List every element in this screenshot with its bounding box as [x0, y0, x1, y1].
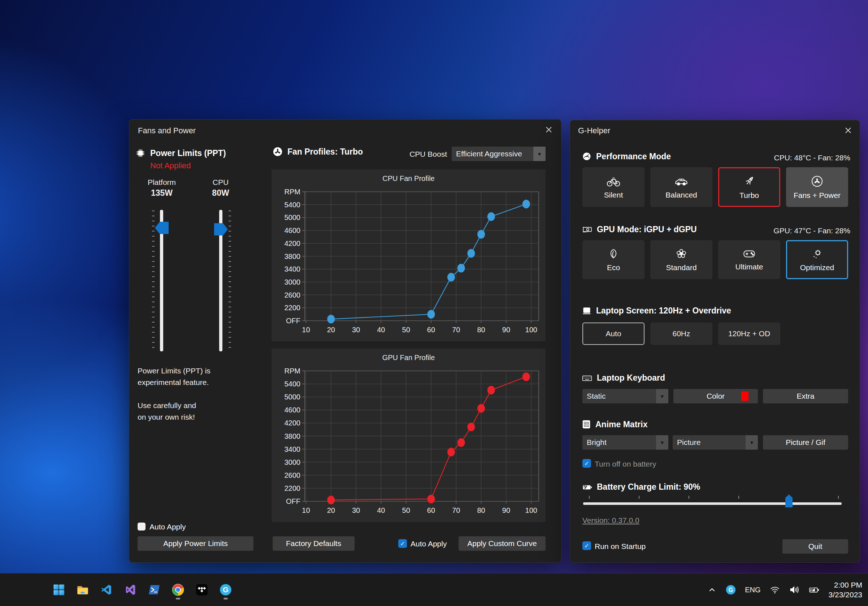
- power-limits-status: Not Applied: [150, 161, 191, 170]
- svg-text:40: 40: [377, 506, 385, 514]
- screen-60hz-button[interactable]: 60Hz: [650, 322, 712, 345]
- platform-slider-thumb[interactable]: [155, 222, 169, 234]
- close-icon[interactable]: [542, 123, 556, 136]
- chevron-down-icon[interactable]: ▾: [533, 147, 546, 161]
- clock[interactable]: 2:00 PM 3/23/2023: [829, 580, 862, 600]
- matrix-mode-dropdown[interactable]: Picture ▾: [673, 435, 758, 449]
- perf-mode-balanced[interactable]: Balanced: [650, 167, 712, 207]
- run-on-startup-checkbox[interactable]: ✓: [583, 541, 591, 550]
- svg-text:5400: 5400: [285, 380, 301, 388]
- apply-custom-curve-button[interactable]: Apply Custom Curve: [459, 536, 546, 551]
- fan-curve-point[interactable]: [447, 273, 455, 282]
- chip-icon: [135, 148, 146, 158]
- cpu-label: CPU: [199, 178, 242, 187]
- svg-text:RPM: RPM: [285, 188, 301, 196]
- keyboard-extra-button[interactable]: Extra: [763, 389, 848, 403]
- quit-button[interactable]: Quit: [783, 539, 848, 553]
- file-explorer-icon[interactable]: [75, 579, 90, 600]
- curve-auto-apply-checkbox[interactable]: ✓: [398, 539, 407, 548]
- svg-text:G: G: [223, 586, 229, 594]
- color-swatch: [741, 392, 749, 401]
- keyboard-mode-dropdown[interactable]: Static ▾: [583, 389, 668, 403]
- svg-text:90: 90: [502, 506, 510, 514]
- fan-curve-point[interactable]: [522, 372, 530, 381]
- svg-text:3400: 3400: [285, 265, 301, 273]
- svg-text:20: 20: [327, 506, 335, 514]
- fan-curve-point[interactable]: [327, 496, 335, 504]
- fan-curve-point[interactable]: [427, 310, 435, 319]
- cpu-slider-thumb[interactable]: [214, 223, 228, 236]
- factory-defaults-button[interactable]: Factory Defaults: [273, 536, 355, 551]
- volume-icon[interactable]: [789, 584, 800, 595]
- keyboard-color-button[interactable]: Color: [673, 389, 758, 403]
- gpu-mode-optimized[interactable]: Optimized: [786, 240, 848, 279]
- battery-slider-track[interactable]: [583, 502, 842, 505]
- fan-curve-point[interactable]: [467, 249, 475, 257]
- visual-studio-icon[interactable]: [123, 579, 138, 600]
- perf-mode-turbo[interactable]: Turbo: [718, 167, 780, 207]
- matrix-picture-gif-button[interactable]: Picture / Gif: [763, 435, 848, 449]
- close-icon[interactable]: [841, 124, 856, 137]
- cpu-temp-status: CPU: 48°C - Fan: 28%: [774, 153, 850, 162]
- cpu-fan-chart[interactable]: CPU Fan Profile102030405060708090100OFF2…: [271, 169, 546, 341]
- fan-curve-point[interactable]: [327, 315, 335, 324]
- ppt-auto-apply-checkbox[interactable]: [138, 522, 146, 530]
- chevron-down-icon[interactable]: ▾: [656, 435, 668, 449]
- version-link[interactable]: Version: 0.37.0.0: [583, 516, 639, 525]
- fan-profiles-header: Fan Profiles: Turbo: [272, 146, 363, 157]
- wifi-icon[interactable]: [769, 584, 780, 595]
- svg-text:4200: 4200: [285, 419, 301, 427]
- run-on-startup-label: Run on Startup: [595, 542, 646, 551]
- ppt-warning-line3: Use carefully and: [138, 400, 196, 411]
- screen-120hz-od-button[interactable]: 120Hz + OD: [718, 322, 780, 345]
- platform-label: Platform: [140, 178, 183, 187]
- platform-slider-ticks: [152, 211, 155, 352]
- matrix-mode-value: Picture: [673, 435, 746, 449]
- fan-curve-point[interactable]: [457, 439, 465, 447]
- fan-curve-point[interactable]: [522, 200, 530, 208]
- svg-text:20: 20: [327, 326, 335, 334]
- chevron-down-icon[interactable]: ▾: [746, 435, 758, 449]
- fans-window-title: Fans and Power: [138, 126, 196, 135]
- ghelper-tray-icon[interactable]: G: [725, 584, 736, 595]
- svg-text:100: 100: [525, 506, 537, 514]
- svg-text:OFF: OFF: [286, 497, 301, 505]
- battery-icon[interactable]: [808, 584, 820, 595]
- rocket-icon: [743, 175, 756, 188]
- chevron-up-icon[interactable]: [707, 585, 717, 594]
- tidal-icon[interactable]: [194, 579, 209, 600]
- chevron-down-icon[interactable]: ▾: [656, 389, 668, 403]
- matrix-battery-checkbox[interactable]: ✓: [583, 459, 591, 468]
- fan-curve-point[interactable]: [477, 230, 485, 239]
- apply-power-limits-button[interactable]: Apply Power Limits: [138, 536, 253, 551]
- perf-mode-fans-power[interactable]: Fans + Power: [786, 167, 848, 207]
- perf-mode-silent[interactable]: Silent: [583, 167, 645, 207]
- language-indicator[interactable]: ENG: [745, 586, 760, 594]
- fan-curve-point[interactable]: [447, 448, 455, 457]
- gpu-mode-ultimate[interactable]: Ultimate: [718, 240, 780, 279]
- cpu-boost-dropdown[interactable]: Efficient Aggressive ▾: [452, 147, 546, 161]
- start-button[interactable]: [51, 579, 67, 600]
- fan-curve-point[interactable]: [477, 404, 485, 413]
- svg-text:5000: 5000: [285, 214, 301, 222]
- powershell-icon[interactable]: [147, 579, 162, 600]
- ghelper-taskbar-icon[interactable]: G: [218, 579, 233, 600]
- gpu-mode-eco[interactable]: Eco: [583, 240, 645, 279]
- fan-curve-point[interactable]: [487, 212, 495, 221]
- fan-curve-point[interactable]: [487, 386, 495, 394]
- ppt-warning-line2: experimental feature.: [138, 377, 209, 388]
- fan-curve-point[interactable]: [457, 264, 465, 273]
- svg-text:2600: 2600: [285, 291, 301, 299]
- gpu-mode-standard[interactable]: Standard: [650, 240, 712, 279]
- power-limits-header: Power Limits (PPT): [135, 148, 226, 158]
- chrome-icon[interactable]: [170, 579, 186, 600]
- screen-auto-button[interactable]: Auto: [583, 322, 645, 345]
- bulb-gear-icon: [811, 248, 823, 260]
- svg-text:3000: 3000: [285, 278, 301, 286]
- matrix-brightness-dropdown[interactable]: Bright ▾: [583, 435, 668, 449]
- fan-curve-point[interactable]: [427, 495, 435, 504]
- gpu-temp-status: GPU: 47°C - Fan: 28%: [773, 226, 850, 235]
- fan-curve-point[interactable]: [467, 423, 475, 431]
- vscode-icon[interactable]: [99, 579, 114, 600]
- gpu-fan-chart[interactable]: GPU Fan Profile102030405060708090100OFF2…: [271, 349, 546, 522]
